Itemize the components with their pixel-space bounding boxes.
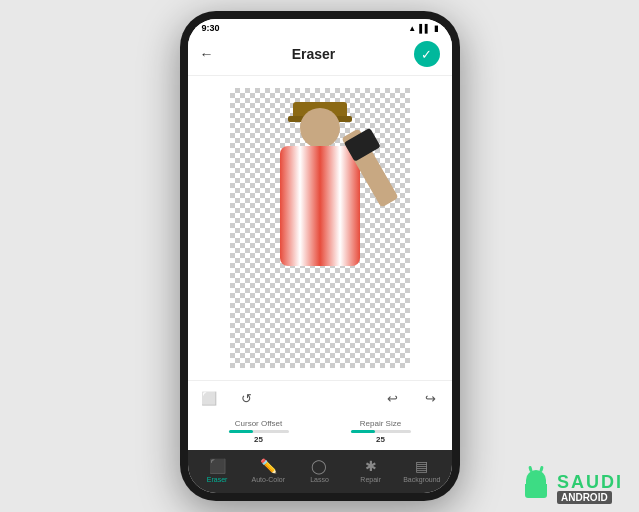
battery-icon: ▮ bbox=[434, 24, 438, 33]
canvas-checkerboard bbox=[230, 88, 410, 368]
background-label: Background bbox=[403, 476, 440, 483]
saudi-label: SAUDI bbox=[557, 473, 623, 491]
cursor-offset-track[interactable] bbox=[229, 430, 289, 433]
nav-item-lasso[interactable]: ◯ Lasso bbox=[299, 458, 339, 483]
auto-color-icon: ✏️ bbox=[260, 458, 277, 474]
canvas-area[interactable] bbox=[188, 76, 452, 380]
background-icon: ▤ bbox=[415, 458, 428, 474]
repair-icon: ✱ bbox=[365, 458, 377, 474]
auto-color-label: Auto-Color bbox=[252, 476, 285, 483]
phone-frame: 9:30 ▲ ▌▌ ▮ ← Eraser ✓ bbox=[180, 11, 460, 501]
lasso-label: Lasso bbox=[310, 476, 329, 483]
cursor-offset-group: Cursor Offset 25 bbox=[229, 419, 289, 444]
phone-screen: 9:30 ▲ ▌▌ ▮ ← Eraser ✓ bbox=[188, 19, 452, 493]
nav-item-auto-color[interactable]: ✏️ Auto-Color bbox=[248, 458, 288, 483]
status-icons: ▲ ▌▌ ▮ bbox=[408, 24, 437, 33]
confirm-button[interactable]: ✓ bbox=[414, 41, 440, 67]
person-overlay bbox=[230, 88, 410, 368]
nav-item-background[interactable]: ▤ Background bbox=[402, 458, 442, 483]
lasso-icon: ◯ bbox=[311, 458, 327, 474]
signal-icon: ▌▌ bbox=[419, 24, 430, 33]
rotate-icon[interactable]: ↺ bbox=[236, 387, 258, 409]
person-body bbox=[280, 146, 360, 266]
repair-size-value: 25 bbox=[376, 435, 385, 444]
repair-size-fill bbox=[351, 430, 375, 433]
watermark: SAUDI ANDROID bbox=[521, 470, 623, 506]
bottom-nav: ⬛ Eraser ✏️ Auto-Color ◯ Lasso ✱ Repair … bbox=[188, 450, 452, 493]
select-icon[interactable]: ⬜ bbox=[198, 387, 220, 409]
back-button[interactable]: ← bbox=[200, 46, 214, 62]
screen-title: Eraser bbox=[292, 46, 336, 62]
sliders-row: Cursor Offset 25 Repair Size 25 bbox=[188, 415, 452, 450]
brand-text: SAUDI ANDROID bbox=[557, 473, 623, 504]
scene: 9:30 ▲ ▌▌ ▮ ← Eraser ✓ bbox=[0, 0, 639, 512]
android-head bbox=[526, 470, 546, 484]
repair-size-group: Repair Size 25 bbox=[351, 419, 411, 444]
android-label: ANDROID bbox=[557, 491, 612, 504]
person-shape bbox=[260, 98, 380, 358]
status-time: 9:30 bbox=[202, 23, 220, 33]
android-mascot bbox=[521, 470, 551, 506]
eraser-label: Eraser bbox=[207, 476, 228, 483]
cursor-offset-label: Cursor Offset bbox=[235, 419, 282, 428]
cursor-offset-value: 25 bbox=[254, 435, 263, 444]
redo-icon[interactable]: ↪ bbox=[420, 387, 442, 409]
top-bar: ← Eraser ✓ bbox=[188, 35, 452, 76]
cursor-offset-fill bbox=[229, 430, 253, 433]
status-bar: 9:30 ▲ ▌▌ ▮ bbox=[188, 19, 452, 35]
undo-icon[interactable]: ↩ bbox=[382, 387, 404, 409]
eraser-icon: ⬛ bbox=[209, 458, 226, 474]
android-body bbox=[525, 484, 547, 498]
nav-item-eraser[interactable]: ⬛ Eraser bbox=[197, 458, 237, 483]
repair-label: Repair bbox=[360, 476, 381, 483]
canvas-toolbar: ⬜ ↺ ↩ ↪ bbox=[188, 380, 452, 415]
nav-item-repair[interactable]: ✱ Repair bbox=[351, 458, 391, 483]
person-head bbox=[300, 108, 340, 148]
repair-size-track[interactable] bbox=[351, 430, 411, 433]
repair-size-label: Repair Size bbox=[360, 419, 401, 428]
wifi-icon: ▲ bbox=[408, 24, 416, 33]
